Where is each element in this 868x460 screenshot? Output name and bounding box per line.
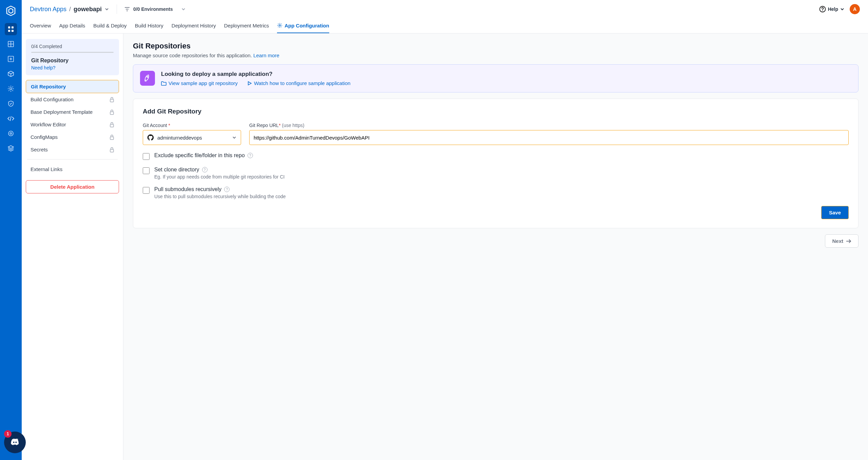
svg-line-12 — [10, 116, 11, 121]
svg-point-20 — [279, 25, 280, 26]
folder-icon — [161, 81, 166, 86]
tab-deployment-history[interactable]: Deployment History — [172, 18, 216, 33]
avatar-initial: A — [853, 6, 856, 12]
page-subtitle: Manage source code repositories for this… — [133, 53, 859, 58]
nav-layers-icon[interactable] — [5, 142, 17, 154]
nav-code-icon[interactable] — [5, 112, 17, 125]
clone-dir-label: Set clone directory? — [154, 167, 284, 173]
env-selector[interactable]: 0/0 Environments — [124, 6, 186, 12]
need-help-link[interactable]: Need help? — [31, 65, 114, 70]
sidebar-item-build-configuration[interactable]: Build Configuration — [26, 93, 119, 106]
config-sidebar: 0/4 Completed Git Repository Need help? … — [22, 34, 123, 460]
svg-rect-1 — [12, 26, 14, 28]
github-icon — [147, 134, 154, 141]
progress-label: 0/4 Completed — [31, 44, 114, 49]
nav-settings-icon[interactable] — [5, 127, 17, 140]
tab-deployment-metrics[interactable]: Deployment Metrics — [224, 18, 269, 33]
lock-icon — [110, 122, 114, 127]
tab-app-configuration[interactable]: App Configuration — [277, 18, 329, 33]
exclude-files-label: Exclude specific file/folder in this rep… — [154, 152, 253, 159]
progress-bar — [31, 52, 114, 53]
next-button[interactable]: Next — [825, 234, 859, 248]
tab-build-history[interactable]: Build History — [135, 18, 163, 33]
git-account-select[interactable]: adminturneddevops — [143, 130, 241, 145]
nav-rail: 1 — [0, 0, 22, 460]
git-account-label: Git Account * — [143, 123, 241, 128]
tabs: Overview App Details Build & Deploy Buil… — [30, 18, 860, 33]
gear-icon — [277, 23, 282, 28]
chevron-down-icon — [840, 7, 844, 11]
env-filter-label: 0/0 Environments — [133, 6, 173, 12]
discord-button[interactable]: 1 — [4, 432, 26, 453]
card-heading: Add Git Repository — [143, 108, 849, 115]
svg-rect-0 — [8, 26, 10, 28]
sidebar-item-secrets[interactable]: Secrets — [26, 143, 119, 156]
svg-rect-3 — [12, 30, 14, 32]
divider — [27, 159, 118, 160]
breadcrumb-current: gowebapi — [74, 6, 102, 13]
svg-rect-21 — [110, 99, 114, 102]
nav-cube-icon[interactable] — [5, 68, 17, 80]
svg-point-26 — [147, 76, 148, 77]
breadcrumb-root[interactable]: Devtron Apps — [30, 6, 66, 13]
info-icon[interactable]: ? — [224, 187, 230, 192]
tab-build-deploy[interactable]: Build & Deploy — [93, 18, 126, 33]
sidebar-item-base-deployment-template[interactable]: Base Deployment Template — [26, 106, 119, 118]
devtron-logo[interactable] — [4, 4, 18, 18]
progress-card: 0/4 Completed Git Repository Need help? — [26, 39, 119, 75]
discord-badge-count: 1 — [4, 430, 12, 438]
sidebar-item-external-links[interactable]: External Links — [26, 163, 119, 175]
chevron-down-icon[interactable] — [104, 7, 109, 12]
tab-app-details[interactable]: App Details — [59, 18, 85, 33]
exclude-files-checkbox[interactable] — [143, 153, 150, 160]
svg-point-14 — [10, 133, 12, 134]
submodules-checkbox[interactable] — [143, 187, 150, 194]
learn-more-link[interactable]: Learn more — [253, 53, 279, 58]
nav-shield-icon[interactable] — [5, 98, 17, 110]
info-icon[interactable]: ? — [248, 153, 253, 158]
view-sample-repo-link[interactable]: View sample app git repository — [161, 80, 238, 86]
chevron-down-icon — [232, 135, 237, 140]
rocket-icon — [140, 71, 155, 86]
save-button[interactable]: Save — [821, 206, 849, 219]
filter-icon — [124, 7, 130, 12]
page-body: Git Repositories Manage source code repo… — [123, 34, 868, 460]
watch-video-link[interactable]: Watch how to configure sample applicatio… — [247, 80, 351, 86]
nav-gear-icon[interactable] — [5, 83, 17, 95]
divider — [117, 4, 117, 14]
help-label: Help — [828, 6, 838, 12]
clone-dir-checkbox[interactable] — [143, 167, 150, 174]
top-header: Devtron Apps / gowebapi 0/0 Environments… — [22, 0, 868, 34]
svg-rect-24 — [110, 137, 114, 140]
lock-icon — [110, 134, 114, 140]
nav-apps-icon[interactable] — [5, 23, 17, 35]
play-icon — [247, 81, 252, 86]
chevron-down-icon — [181, 7, 186, 12]
git-url-label: Git Repo URL* (use https) — [249, 123, 849, 128]
submodules-label: Pull submodules recursively? — [154, 186, 286, 192]
lock-icon — [110, 147, 114, 152]
add-git-repo-card: Add Git Repository Git Account * admintu… — [133, 99, 859, 228]
sidebar-item-workflow-editor[interactable]: Workflow Editor — [26, 118, 119, 131]
submodules-desc: Use this to pull submodules recursively … — [154, 194, 286, 199]
git-url-input[interactable] — [249, 130, 849, 145]
svg-point-13 — [8, 131, 13, 136]
banner-title: Looking to deploy a sample application? — [161, 71, 351, 78]
avatar[interactable]: A — [850, 4, 860, 14]
help-icon — [819, 6, 826, 13]
sidebar-item-git-repository[interactable]: Git Repository — [26, 80, 119, 93]
help-button[interactable]: Help — [819, 6, 844, 13]
nav-grid-icon[interactable] — [5, 38, 17, 50]
tab-overview[interactable]: Overview — [30, 18, 51, 33]
page-title: Git Repositories — [133, 42, 859, 50]
current-step-title: Git Repository — [31, 58, 114, 64]
svg-point-19 — [822, 11, 823, 11]
sidebar-item-configmaps[interactable]: ConfigMaps — [26, 131, 119, 143]
breadcrumb-sep: / — [69, 6, 71, 13]
delete-application-button[interactable]: Delete Application — [26, 180, 119, 193]
svg-rect-25 — [110, 149, 114, 152]
nav-add-icon[interactable] — [5, 53, 17, 65]
svg-rect-22 — [110, 112, 114, 114]
info-icon[interactable]: ? — [202, 167, 208, 172]
clone-dir-desc: Eg. If your app needs code from multiple… — [154, 174, 284, 180]
